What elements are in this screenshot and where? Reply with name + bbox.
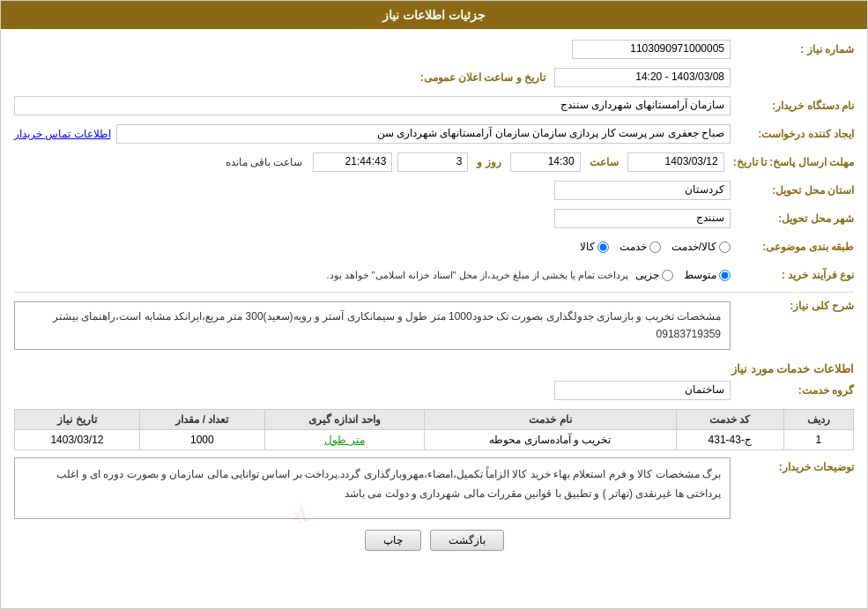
category-label: طبقه بندی موضوعی: [731,241,854,253]
buyer-notes-content: برگ مشخصات کالا و فرم استعلام بهاء خرید … [14,457,731,519]
province-label: استان محل تحویل: [731,184,854,197]
page-wrapper: جزئیات اطلاعات نیاز شماره نیاز : 1103090… [0,0,868,609]
process-medium-label: متوسط [684,269,716,281]
category-goods-label: کالا [580,241,595,253]
process-label: نوع فرآیند خرید : [731,269,854,281]
send-time-label: ساعت [590,156,619,168]
category-goods-radio[interactable] [597,241,609,253]
category-service-label: خدمت [619,241,647,253]
svg-text:AttaFinder.net: AttaFinder.net [293,500,311,524]
process-partial-label: جزیی [635,269,659,281]
creator-label: ایجاد کننده درخواست: [731,128,854,140]
need-number-row: شماره نیاز : 1103090971000005 [14,38,854,61]
process-partial-radio[interactable] [662,270,673,281]
city-value: سنندج [554,209,731,228]
province-value: کردستان [554,181,731,200]
province-row: استان محل تحویل: کردستان [14,179,854,202]
service-group-row: گروه خدمت: ساختمان [14,379,854,402]
category-row: طبقه بندی موضوعی: کالا/خدمت خدمت کالا [14,235,854,258]
process-row: نوع فرآیند خرید : متوسط جزیی پرداخت تمام… [14,264,854,286]
send-days: 3 [397,152,468,172]
announce-inline-label: تاریخ و ساعت اعلان عمومی: [420,71,545,84]
buyer-notes-row: توضیحات خریدار: برگ مشخصات کالا و فرم اس… [14,457,854,519]
col-service-name: نام خدمت [425,410,676,430]
print-button[interactable]: چاپ [365,530,421,551]
col-date: تاریخ نیاز [15,410,140,430]
send-day-label: روز و [477,156,501,168]
page-title: جزئیات اطلاعات نیاز [382,8,486,22]
need-number-label: شماره نیاز : [731,43,854,56]
send-remaining: 21:44:43 [313,152,392,172]
process-medium-radio[interactable] [719,270,731,281]
process-note: پرداخت تمام یا بخشی از مبلغ خرید،از محل … [326,270,628,281]
cell-quantity: 1000 [139,430,264,450]
buyer-notes-label: توضیحات خریدار: [731,457,854,473]
category-radio-group: کالا/خدمت خدمت کالا [580,241,731,253]
announce-fields: 1403/03/08 - 14:20 تاریخ و ساعت اعلان عم… [417,68,731,87]
category-service-item: خدمت [619,241,661,253]
send-deadline-label: مهلت ارسال پاسخ: تا تاریخ: [724,156,854,168]
process-fields: متوسط جزیی پرداخت تمام یا بخشی از مبلغ خ… [326,269,731,281]
services-table: ردیف کد خدمت نام خدمت واحد اندازه گیری ت… [14,409,854,450]
category-goods-service-label: کالا/خدمت [671,241,716,253]
process-radio-group: متوسط جزیی [635,269,731,281]
send-remaining-label: ساعت باقی مانده [226,156,303,168]
announce-row: 1403/03/08 - 14:20 تاریخ و ساعت اعلان عم… [14,66,854,89]
description-value: مشخصات تخریب و بازسازی جدولگذاری بصورت ت… [14,301,731,350]
page-header: جزئیات اطلاعات نیاز [1,1,867,29]
back-button[interactable]: بازگشت [430,530,504,551]
category-goods-service-item: کالا/خدمت [671,241,731,253]
announce-value: 1403/03/08 - 14:20 [554,68,731,87]
services-table-section: ردیف کد خدمت نام خدمت واحد اندازه گیری ت… [14,409,854,450]
process-medium-item: متوسط [684,269,731,281]
col-quantity: تعداد / مقدار [139,410,264,430]
page-content: شماره نیاز : 1103090971000005 1403/03/08… [1,29,867,567]
creator-row: ایجاد کننده درخواست: صباح جعفری سر پرست … [14,123,854,145]
col-row-num: ردیف [783,410,853,430]
cell-date: 1403/03/12 [15,430,140,450]
city-row: شهر محل تحویل: سنندج [14,207,854,230]
description-label: شرح کلی نیاز: [731,296,854,312]
send-deadline-fields: 1403/03/12 ساعت 14:30 روز و 3 21:44:43 س… [226,152,724,172]
table-row: 1 ج-43-431 تخریب و آماده‌سازی محوطه متر … [15,430,854,450]
cell-row-num: 1 [783,430,853,450]
cell-service-name: تخریب و آماده‌سازی محوطه [425,430,676,450]
buyer-org-label: نام دستگاه خریدار: [731,100,854,112]
service-group-value: ساختمان [554,381,731,400]
send-time: 14:30 [510,152,581,172]
buyer-org-row: نام دستگاه خریدار: سازمان آرامستانهای شه… [14,94,854,117]
button-row: بازگشت چاپ [14,530,854,551]
need-number-value: 1103090971000005 [572,40,731,59]
service-info-title: اطلاعات خدمات مورد نیاز [14,362,854,375]
col-unit: واحد اندازه گیری [264,410,425,430]
cell-service-code: ج-43-431 [676,430,783,450]
process-partial-item: جزیی [635,269,673,281]
city-label: شهر محل تحویل: [731,212,854,225]
creator-value: صباح جعفری سر پرست کار پردازی سازمان ساز… [116,124,731,144]
buyer-notes-text: برگ مشخصات کالا و فرم استعلام بهاء خرید … [56,468,721,500]
service-group-label: گروه خدمت: [731,384,854,397]
col-service-code: کد خدمت [676,410,783,430]
creator-contact-link[interactable]: اطلاعات تماس خریدار [14,128,111,140]
buyer-org-value: سازمان آرامستانهای شهرداری سنندج [14,96,731,115]
send-deadline-row: مهلت ارسال پاسخ: تا تاریخ: 1403/03/12 سا… [14,151,854,174]
category-service-radio[interactable] [649,241,661,253]
category-goods-service-radio[interactable] [719,241,731,253]
table-header-row: ردیف کد خدمت نام خدمت واحد اندازه گیری ت… [15,410,854,430]
category-goods-item: کالا [580,241,609,253]
send-date: 1403/03/12 [627,152,724,172]
description-row: شرح کلی نیاز: مشخصات تخریب و بازسازی جدو… [14,296,854,355]
divider-1 [14,292,854,293]
cell-unit[interactable]: متر طول [264,430,425,450]
